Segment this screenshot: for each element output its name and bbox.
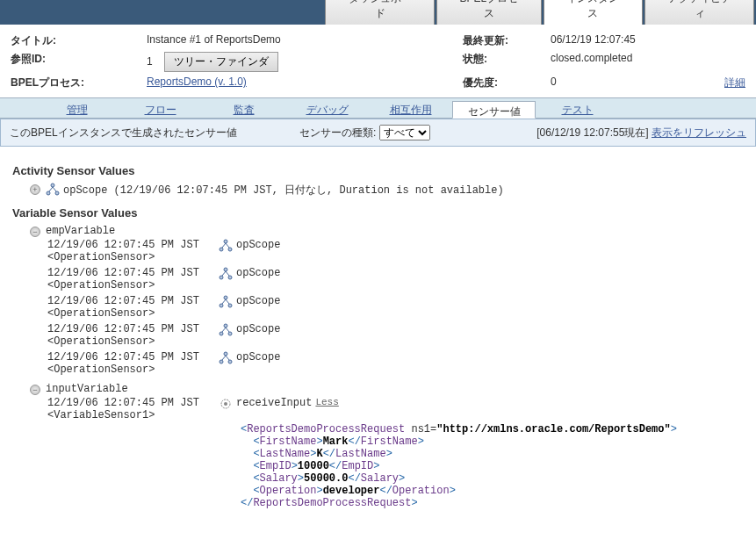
scope-icon — [219, 351, 233, 365]
tab-activity[interactable]: アクティビティ — [644, 0, 754, 25]
receive-input-label: receiveInput — [236, 397, 312, 409]
svg-line-9 — [226, 243, 229, 248]
svg-line-8 — [222, 243, 226, 248]
svg-point-15 — [224, 296, 227, 299]
svg-point-17 — [228, 304, 232, 307]
sensor-info-bar: このBPELインスタンスで生成されたセンサー値 センサーの種類: すべて [06… — [0, 119, 756, 147]
subtab-test[interactable]: テスト — [536, 100, 619, 118]
priority-label: 優先度: — [463, 76, 551, 90]
row-scope: opScope — [236, 351, 280, 363]
input-sensor-name: <VariableSensor1> — [47, 409, 219, 421]
activity-sensor-heading: Activity Sensor Values — [12, 164, 744, 177]
subtab-interaction[interactable]: 相互作用 — [369, 100, 452, 118]
top-tab-bar: ダッシュボード BPELプロセス インスタンス アクティビティ — [0, 0, 756, 25]
row-scope: opScope — [236, 239, 280, 251]
title-value: Instance #1 of ReportsDemo — [147, 33, 463, 48]
refid-value: 1 — [147, 55, 153, 68]
variable-sensor-row: 12/19/06 12:07:45 PM JST<OperationSensor… — [47, 267, 744, 291]
svg-point-20 — [224, 324, 227, 327]
title-label: タイトル: — [11, 33, 147, 48]
variable-sensor-heading: Variable Sensor Values — [12, 206, 744, 220]
scope-icon — [219, 295, 233, 309]
refresh-link[interactable]: 表示をリフレッシュ — [652, 126, 746, 139]
row-scope: opScope — [236, 323, 280, 335]
scope-icon — [219, 267, 233, 281]
svg-point-21 — [220, 332, 223, 335]
variable-sensor-row: 12/19/06 12:07:45 PM JST<OperationSensor… — [47, 323, 744, 348]
subtab-manage[interactable]: 管理 — [35, 100, 119, 118]
svg-point-1 — [47, 191, 50, 195]
row-scope: opScope — [236, 295, 280, 307]
scope-icon — [219, 323, 233, 337]
subtab-sensor[interactable]: センサー値 — [452, 101, 536, 119]
last-update-label: 最終更新: — [463, 33, 551, 48]
scope-icon — [46, 183, 60, 197]
subtab-debug[interactable]: デバッグ — [285, 100, 369, 118]
subtab-audit[interactable]: 監査 — [202, 100, 285, 118]
tab-bpel-process[interactable]: BPELプロセス — [436, 0, 542, 25]
svg-point-12 — [228, 276, 232, 279]
input-timestamp: 12/19/06 12:07:45 PM JST — [47, 397, 219, 409]
xml-payload: <ReportsDemoProcessRequest ns1="http://x… — [241, 423, 744, 509]
svg-point-25 — [224, 352, 227, 356]
svg-point-2 — [55, 191, 59, 195]
priority-value: 0 — [551, 76, 557, 88]
svg-line-13 — [222, 271, 226, 276]
state-value: closed.completed — [551, 52, 745, 72]
tree-finder-button[interactable]: ツリー・ファインダ — [164, 52, 278, 72]
expand-icon[interactable]: − — [30, 227, 40, 237]
svg-point-5 — [224, 240, 227, 243]
less-link[interactable]: Less — [315, 397, 338, 407]
activity-opscope-line: opScope (12/19/06 12:07:45 PM JST, 日付なし,… — [63, 183, 504, 198]
svg-line-14 — [226, 271, 229, 276]
expand-icon[interactable]: + — [30, 184, 40, 195]
state-label: 状態: — [463, 52, 551, 72]
sensor-description: このBPELインスタンスで生成されたセンサー値 — [10, 126, 299, 140]
svg-line-4 — [53, 187, 56, 191]
svg-point-7 — [228, 248, 232, 251]
svg-point-16 — [220, 304, 223, 307]
variable-sensor-row: 12/19/06 12:07:45 PM JST<OperationSensor… — [47, 239, 744, 263]
scope-icon — [219, 239, 233, 253]
sensor-type-select[interactable]: すべて — [379, 125, 430, 140]
row-sensor-name: <OperationSensor> — [47, 251, 219, 263]
variable-sensor-row: 12/19/06 12:07:45 PM JST<OperationSensor… — [47, 295, 744, 320]
svg-line-3 — [49, 187, 53, 191]
detail-link[interactable]: 詳細 — [724, 76, 745, 90]
emp-variable-node[interactable]: empVariable — [46, 225, 115, 237]
row-scope: opScope — [236, 267, 280, 279]
svg-point-27 — [228, 360, 232, 363]
row-timestamp: 12/19/06 12:07:45 PM JST — [47, 239, 219, 251]
svg-point-11 — [220, 276, 223, 279]
last-update-value: 06/12/19 12:07:45 — [551, 33, 745, 48]
bpel-process-label: BPELプロセス: — [11, 76, 147, 90]
row-timestamp: 12/19/06 12:07:45 PM JST — [47, 323, 219, 335]
refid-label: 参照ID: — [11, 52, 147, 72]
expand-icon[interactable]: − — [30, 385, 40, 395]
instance-header: タイトル: Instance #1 of ReportsDemo 最終更新: 0… — [0, 25, 756, 97]
bpel-process-link[interactable]: ReportsDemo (v. 1.0) — [147, 76, 247, 88]
svg-line-23 — [222, 327, 226, 332]
receive-icon — [219, 397, 233, 411]
input-variable-node[interactable]: inputVariable — [46, 383, 128, 395]
tab-instances[interactable]: インスタンス — [544, 0, 643, 25]
svg-point-22 — [228, 332, 232, 335]
svg-line-24 — [226, 327, 229, 332]
row-sensor-name: <OperationSensor> — [47, 335, 219, 348]
variable-sensor-row: 12/19/06 12:07:45 PM JST<OperationSensor… — [47, 351, 744, 376]
row-timestamp: 12/19/06 12:07:45 PM JST — [47, 295, 219, 307]
svg-line-29 — [226, 356, 229, 360]
svg-line-28 — [222, 356, 226, 360]
snapshot-timestamp: [06/12/19 12:07:55現在] — [536, 126, 648, 139]
row-sensor-name: <OperationSensor> — [47, 279, 219, 291]
row-timestamp: 12/19/06 12:07:45 PM JST — [47, 351, 219, 363]
row-sensor-name: <OperationSensor> — [47, 307, 219, 320]
svg-point-26 — [220, 360, 223, 363]
svg-point-10 — [224, 268, 227, 271]
subtab-flow[interactable]: フロー — [119, 100, 202, 118]
tab-dashboard[interactable]: ダッシュボード — [325, 0, 435, 25]
svg-point-6 — [220, 248, 223, 251]
sub-tab-bar: 管理 フロー 監査 デバッグ 相互作用 センサー値 テスト — [0, 97, 756, 119]
row-timestamp: 12/19/06 12:07:45 PM JST — [47, 267, 219, 279]
svg-point-0 — [51, 184, 54, 187]
